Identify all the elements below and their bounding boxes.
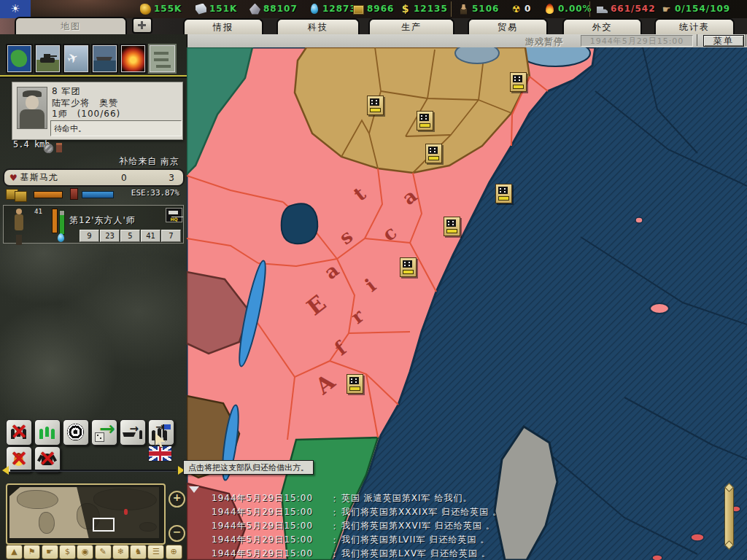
fuel-icon: [70, 188, 78, 200]
disband-button[interactable]: ×: [6, 419, 32, 446]
ship-icon: [96, 57, 112, 61]
transports-value: 661/542: [611, 4, 655, 14]
suppress-revolt-button[interactable]: ×: [34, 446, 61, 472]
unit-counter[interactable]: [367, 96, 384, 115]
country-flag[interactable]: ☀: [0, 0, 31, 18]
province-box[interactable]: ♥ 基斯马尤 0 3: [3, 168, 185, 187]
terrain-mode-button[interactable]: ▲: [6, 545, 23, 559]
unit-strength: 1师 (100/66): [52, 108, 120, 120]
resource-nukes: ☢0: [511, 3, 531, 15]
efficiency-label: ESE:33.87%: [109, 188, 179, 198]
divider: [451, 1, 452, 17]
transports-icon: [597, 4, 608, 15]
tab-production[interactable]: 生产: [368, 18, 454, 34]
sidebar: ✈ 8 军团 陆军少将 奥赞 1师 (100/66) 待命中。 5.4 kmh …: [0, 34, 187, 560]
province-value-2: 3: [169, 173, 174, 183]
unit-counter[interactable]: [444, 217, 460, 236]
unit-counter[interactable]: [400, 257, 417, 277]
plane-icon: ✈: [65, 49, 81, 67]
rebel-icon: [42, 454, 53, 465]
tab-technology[interactable]: 科技: [276, 18, 360, 34]
air-units-button[interactable]: ✈: [64, 45, 88, 72]
log-collapse-arrow[interactable]: [189, 486, 199, 493]
division-stat: 9: [80, 230, 99, 242]
tab-map[interactable]: 地图: [15, 17, 127, 34]
supply-crate-icon: [15, 191, 27, 202]
alert-dot: [124, 509, 128, 515]
paused-label: 游戏暂停: [525, 36, 563, 48]
unit-scroll-strip[interactable]: [10, 470, 177, 471]
strategic-move-button[interactable]: →: [91, 419, 117, 446]
resource-transports: 661/542: [597, 3, 655, 15]
divider: [697, 34, 697, 46]
victory-point-icon: ♥: [9, 173, 18, 183]
infra-mode-button[interactable]: ☛: [42, 545, 58, 559]
economic-mode-button[interactable]: $: [59, 545, 76, 559]
unit-status: 待命中。: [50, 120, 182, 136]
continent-south-america: [39, 512, 55, 534]
tooltip: 点击将把这支部队归还给借出方。: [183, 460, 314, 475]
energy-value: 155K: [154, 4, 182, 14]
minimap[interactable]: [9, 487, 159, 538]
world-map[interactable]: [187, 47, 747, 560]
land-units-button[interactable]: [36, 45, 60, 72]
diplomatic-mode-button[interactable]: ✎: [95, 545, 112, 559]
tab-diplomacy[interactable]: 外交: [562, 18, 642, 34]
dig-in-icon: [56, 143, 62, 152]
supply-bar: [34, 191, 63, 198]
unit-counter[interactable]: [347, 374, 363, 394]
target-icon: [67, 424, 84, 440]
unit-counter[interactable]: [425, 144, 442, 163]
energy-icon: [140, 4, 151, 15]
victory-mode-button[interactable]: ⊕: [166, 545, 182, 559]
scorched-earth-button[interactable]: ×: [6, 446, 32, 472]
naval-units-button[interactable]: [93, 45, 117, 72]
log-entry: 1944年5月29日15:00:英国 派遣英国第XI军 给我们。: [212, 491, 693, 505]
political-mode-button[interactable]: ⚑: [23, 545, 40, 559]
zoom-in-button[interactable]: +: [169, 491, 185, 508]
menu-button[interactable]: 菜单: [703, 35, 744, 47]
embark-button[interactable]: →: [120, 419, 146, 446]
objective-button[interactable]: [63, 419, 89, 446]
merge-units-button[interactable]: [34, 419, 61, 446]
dissent-icon: [546, 4, 554, 14]
manpower-icon: [458, 4, 469, 15]
revolt-mode-button[interactable]: ♞: [130, 545, 147, 559]
province-name: 基斯马尤: [20, 171, 58, 184]
map-tool-button[interactable]: [132, 18, 152, 34]
log-scrollbar[interactable]: [724, 487, 734, 545]
sun-icon: ☀: [10, 4, 20, 15]
zoom-out-button[interactable]: −: [169, 525, 185, 542]
main-tab-bar: 地图 情报 科技 生产 贸易 外交 统计表: [0, 18, 747, 34]
organisation-bar: [52, 209, 58, 233]
tab-trade[interactable]: 贸易: [468, 18, 548, 34]
resource-mode-button[interactable]: ◉: [77, 545, 93, 559]
selected-unit-card: 8 军团 陆军少将 奥赞 1师 (100/66) 待命中。: [12, 82, 183, 140]
game-screen: ☀ 155K 151K 88107 12873 8966 $12135 5106…: [0, 0, 747, 560]
divider: [746, 34, 746, 46]
tab-statistics[interactable]: 统计表: [654, 18, 735, 34]
flame-icon: [14, 453, 23, 466]
money-value: 12135: [414, 4, 448, 14]
units-overview-button[interactable]: [150, 45, 175, 72]
tab-intelligence[interactable]: 情报: [183, 18, 263, 34]
weather-mode-button[interactable]: ❄: [112, 545, 129, 559]
minimap-frame: [6, 483, 166, 545]
resource-oil: 12873: [309, 3, 357, 15]
unit-counter[interactable]: [510, 72, 527, 92]
unit-counter[interactable]: [495, 184, 512, 203]
unit-counter[interactable]: [417, 111, 433, 131]
tank-icon: [40, 58, 55, 63]
scroll-left-arrow[interactable]: [2, 466, 9, 475]
supplies-value: 8966: [367, 4, 394, 14]
division-list-item[interactable]: 41 第12'东方人'师 HQ 9 23 5 41 7: [3, 205, 184, 244]
droplet-icon: [58, 233, 64, 242]
metal-icon: [196, 4, 206, 15]
minimap-view-rectangle[interactable]: [93, 518, 115, 532]
espionage-value: 0/154/109: [675, 4, 730, 14]
units-icon: [154, 52, 169, 55]
europe-map-button[interactable]: [7, 45, 31, 72]
combat-button[interactable]: [121, 45, 145, 72]
resource-energy: 155K: [140, 3, 182, 15]
supply-mode-button[interactable]: ☰: [147, 545, 164, 559]
